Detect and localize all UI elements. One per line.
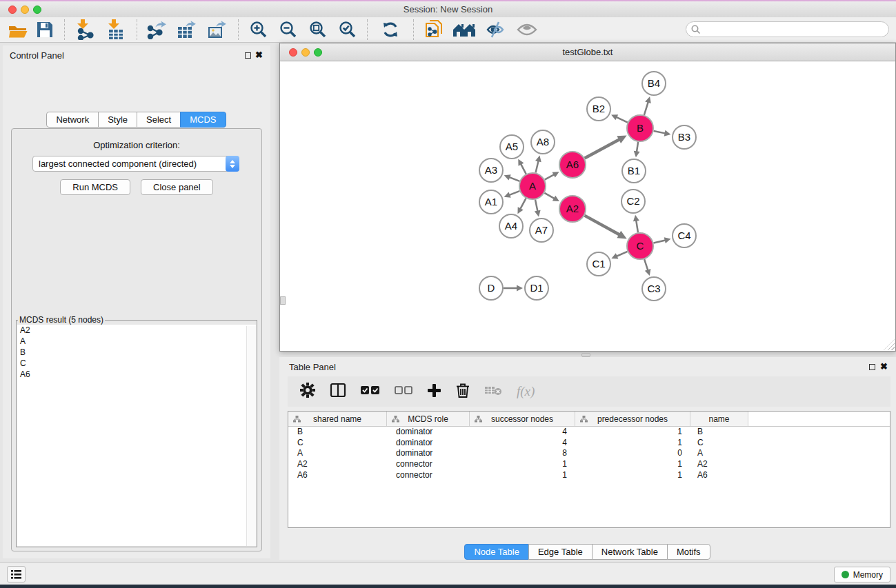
table-cell[interactable]: A6 <box>690 470 748 481</box>
table-cell[interactable]: B <box>690 427 748 438</box>
export-network-icon[interactable] <box>142 19 172 41</box>
show-columns-icon[interactable] <box>330 383 346 401</box>
mcds-result-list[interactable]: A2ABCA6 <box>17 325 256 546</box>
tab-network-table[interactable]: Network Table <box>592 544 668 560</box>
canvas-splitter-grip[interactable] <box>280 296 286 305</box>
graph-edge[interactable] <box>616 252 628 256</box>
table-row[interactable]: Bdominator41B <box>288 427 890 438</box>
zoom-in-icon[interactable] <box>243 19 273 41</box>
table-row[interactable]: Cdominator41C <box>288 438 890 449</box>
run-mcds-button[interactable]: Run MCDS <box>60 179 130 195</box>
graph-edge[interactable] <box>615 116 627 122</box>
column-header-mcds-role[interactable]: MCDS role <box>387 412 470 426</box>
delete-table-icon[interactable] <box>484 385 502 398</box>
table-cell[interactable]: dominator <box>387 427 470 438</box>
table-cell[interactable]: A2 <box>288 459 387 470</box>
tab-mcds[interactable]: MCDS <box>180 112 226 128</box>
mcds-result-item[interactable]: A6 <box>17 369 256 380</box>
mcds-result-item[interactable]: A2 <box>17 325 256 336</box>
import-table-icon[interactable] <box>100 19 132 41</box>
table-cell[interactable]: 4 <box>470 427 575 438</box>
zoom-fit-icon[interactable] <box>303 19 332 41</box>
table-cell[interactable]: C <box>690 438 748 449</box>
graph-edge[interactable] <box>644 101 648 115</box>
table-cell[interactable]: connector <box>387 470 470 481</box>
graph-edge[interactable] <box>637 142 638 152</box>
close-table-panel-icon[interactable]: ✖ <box>880 361 888 372</box>
table-cell[interactable]: 1 <box>575 438 690 449</box>
graph-edge[interactable] <box>636 220 638 233</box>
table-cell[interactable]: A6 <box>288 470 387 481</box>
deselect-all-columns-icon[interactable] <box>395 385 412 398</box>
hide-selected-icon[interactable] <box>479 19 511 41</box>
save-session-icon[interactable] <box>30 19 59 41</box>
table-cell[interactable]: A2 <box>690 459 748 470</box>
column-header-shared-name[interactable]: shared name <box>288 412 387 426</box>
graph-edge[interactable] <box>644 259 648 271</box>
first-neighbors-icon[interactable] <box>449 19 479 41</box>
table-cell[interactable]: 1 <box>575 427 690 438</box>
open-file-icon[interactable] <box>6 19 30 41</box>
tab-node-table[interactable]: Node Table <box>464 544 529 560</box>
column-header-predecessor-nodes[interactable]: predecessor nodes <box>575 412 690 426</box>
tab-select[interactable]: Select <box>137 112 181 128</box>
network-graph[interactable]: AA1A2A3A4A5A6A7A8BB1B2B3B4CC1C2C3C4DD1 <box>280 61 895 352</box>
table-cell[interactable]: dominator <box>387 448 470 459</box>
graph-edge[interactable] <box>536 160 539 172</box>
zoom-selected-icon[interactable] <box>332 19 362 41</box>
memory-button[interactable]: Memory <box>834 567 890 582</box>
zoom-out-icon[interactable] <box>273 19 303 41</box>
graph-edge[interactable] <box>521 163 526 174</box>
tab-edge-table[interactable]: Edge Table <box>528 544 593 560</box>
show-all-icon[interactable] <box>511 19 543 41</box>
table-cell[interactable]: A <box>690 448 748 459</box>
tab-style[interactable]: Style <box>98 112 137 128</box>
graph-edge[interactable] <box>585 139 620 159</box>
import-network-icon[interactable] <box>70 19 100 41</box>
search-input[interactable] <box>686 21 889 37</box>
table-cell[interactable]: 4 <box>470 438 575 449</box>
tab-motifs[interactable]: Motifs <box>667 544 710 560</box>
float-table-panel-icon[interactable] <box>869 364 875 370</box>
close-panel-button[interactable]: Close panel <box>141 179 213 195</box>
select-all-columns-icon[interactable] <box>361 385 380 398</box>
graph-edge[interactable] <box>508 191 519 195</box>
table-row[interactable]: A2connector11A2 <box>288 459 890 470</box>
optimization-criterion-select[interactable]: largest connected component (directed) <box>32 156 239 172</box>
close-panel-icon[interactable]: ✖ <box>255 50 263 60</box>
table-cell[interactable]: dominator <box>387 438 470 449</box>
export-image-icon[interactable] <box>201 19 233 41</box>
graph-edge[interactable] <box>545 174 555 180</box>
table-row[interactable]: A6connector11A6 <box>288 470 890 481</box>
table-cell[interactable]: 1 <box>575 459 690 470</box>
column-header-name[interactable]: name <box>690 412 748 426</box>
mcds-result-item[interactable]: B <box>17 347 256 358</box>
table-cell[interactable]: A <box>288 448 387 459</box>
export-table-icon[interactable] <box>172 19 201 41</box>
graph-edge[interactable] <box>508 177 519 181</box>
graph-edge[interactable] <box>653 240 666 243</box>
table-row[interactable]: Adominator80A <box>288 448 890 459</box>
mcds-result-item[interactable]: A <box>17 336 256 347</box>
table-settings-gear-icon[interactable] <box>300 383 315 401</box>
table-body[interactable]: Bdominator41BCdominator41CAdominator80AA… <box>288 427 890 480</box>
column-header-successor-nodes[interactable]: successor nodes <box>470 412 575 426</box>
mcds-result-item[interactable]: C <box>17 358 256 369</box>
table-cell[interactable]: B <box>288 427 387 438</box>
table-cell[interactable]: 0 <box>575 448 690 459</box>
network-canvas[interactable]: AA1A2A3A4A5A6A7A8BB1B2B3B4CC1C2C3C4DD1 <box>280 61 895 351</box>
function-builder-icon[interactable]: f(x) <box>517 384 535 399</box>
tab-network[interactable]: Network <box>46 112 99 128</box>
table-cell[interactable]: 8 <box>470 448 575 459</box>
table-cell[interactable]: C <box>288 438 387 449</box>
delete-column-icon[interactable] <box>456 383 470 401</box>
float-panel-icon[interactable] <box>245 52 251 59</box>
graph-edge[interactable] <box>585 216 621 235</box>
table-cell[interactable]: 1 <box>470 470 575 481</box>
duplicate-network-icon[interactable] <box>419 19 449 41</box>
table-cell[interactable]: 1 <box>575 470 690 481</box>
network-window-titlebar[interactable]: testGlobe.txt <box>280 43 895 61</box>
task-history-button[interactable] <box>7 566 26 582</box>
graph-edge[interactable] <box>520 199 526 210</box>
scrollbar-track[interactable] <box>246 326 256 546</box>
